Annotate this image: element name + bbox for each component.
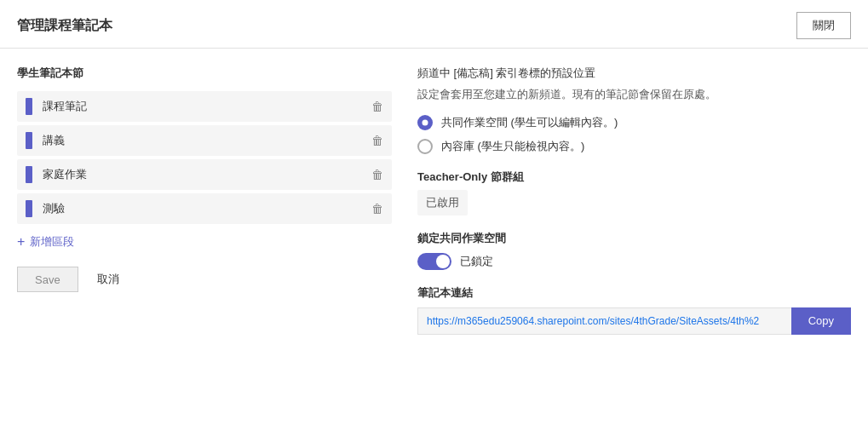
delete-icon[interactable]: 🗑 <box>371 134 383 147</box>
drag-handle[interactable] <box>26 200 32 217</box>
teacher-only-section: Teacher-Only 節群組 已啟用 <box>417 169 851 215</box>
left-section-title: 學生筆記本節 <box>17 66 392 81</box>
teacher-only-status: 已啟用 <box>417 190 468 215</box>
copy-button[interactable]: Copy <box>791 307 851 335</box>
radio-label-library: 內容庫 (學生只能檢視內容。) <box>441 139 584 154</box>
section-name: 測驗 <box>43 201 371 216</box>
notebook-link-url: https://m365edu259064.sharepoint.com/sit… <box>417 307 791 335</box>
teacher-only-title: Teacher-Only 節群組 <box>417 169 851 185</box>
page-title: 管理課程筆記本 <box>17 17 112 35</box>
save-button[interactable]: Save <box>17 267 78 292</box>
delete-icon[interactable]: 🗑 <box>371 202 383 215</box>
lock-title: 鎖定共同作業空間 <box>417 231 851 246</box>
radio-selected-icon <box>417 115 433 130</box>
radio-group: 共同作業空間 (學生可以編輯內容。) 內容庫 (學生只能檢視內容。) <box>417 115 851 154</box>
drag-handle[interactable] <box>26 132 32 149</box>
cancel-button[interactable]: 取消 <box>89 267 128 292</box>
section-name: 講義 <box>43 133 371 148</box>
section-name: 課程筆記 <box>43 99 371 114</box>
channel-section-desc: 設定會套用至您建立的新頻道。現有的筆記節會保留在原處。 <box>417 86 851 103</box>
link-row: https://m365edu259064.sharepoint.com/sit… <box>417 307 851 335</box>
add-section-label: 新增區段 <box>30 234 74 250</box>
notebook-link-section: 筆記本連結 https://m365edu259064.sharepoint.c… <box>417 285 851 335</box>
main-content: 學生筆記本節 課程筆記 🗑 講義 🗑 家庭作業 🗑 測驗 🗑 + 新增區段 Sa… <box>0 49 868 335</box>
notebook-link-title: 筆記本連結 <box>417 285 851 301</box>
radio-unselected-icon <box>417 139 433 154</box>
radio-item-content-library[interactable]: 內容庫 (學生只能檢視內容。) <box>417 139 851 154</box>
radio-item-collab[interactable]: 共同作業空間 (學生可以編輯內容。) <box>417 115 851 130</box>
delete-icon[interactable]: 🗑 <box>371 168 383 181</box>
section-item: 講義 🗑 <box>17 125 392 156</box>
plus-icon: + <box>17 234 25 250</box>
drag-handle[interactable] <box>26 166 32 183</box>
lock-toggle[interactable] <box>417 253 451 270</box>
toggle-knob <box>436 255 450 268</box>
lock-status: 已鎖定 <box>460 254 493 269</box>
action-buttons: Save 取消 <box>17 267 392 292</box>
left-panel: 學生筆記本節 課程筆記 🗑 講義 🗑 家庭作業 🗑 測驗 🗑 + 新增區段 Sa… <box>17 66 392 335</box>
delete-icon[interactable]: 🗑 <box>371 100 383 113</box>
drag-handle[interactable] <box>26 98 32 115</box>
header: 管理課程筆記本 關閉 <box>0 0 868 49</box>
radio-label-collab: 共同作業空間 (學生可以編輯內容。) <box>441 115 618 130</box>
section-item: 家庭作業 🗑 <box>17 159 392 190</box>
close-button[interactable]: 關閉 <box>796 12 851 39</box>
right-panel: 頻道中 [備忘稿] 索引卷標的預設位置 設定會套用至您建立的新頻道。現有的筆記節… <box>417 66 851 335</box>
sections-list: 課程筆記 🗑 講義 🗑 家庭作業 🗑 測驗 🗑 <box>17 91 392 224</box>
section-item: 課程筆記 🗑 <box>17 91 392 122</box>
lock-section: 鎖定共同作業空間 已鎖定 <box>417 231 851 270</box>
toggle-row: 已鎖定 <box>417 253 851 270</box>
section-name: 家庭作業 <box>43 167 371 182</box>
section-item: 測驗 🗑 <box>17 193 392 224</box>
channel-section-title: 頻道中 [備忘稿] 索引卷標的預設位置 <box>417 66 851 81</box>
add-section-button[interactable]: + 新增區段 <box>17 234 392 250</box>
